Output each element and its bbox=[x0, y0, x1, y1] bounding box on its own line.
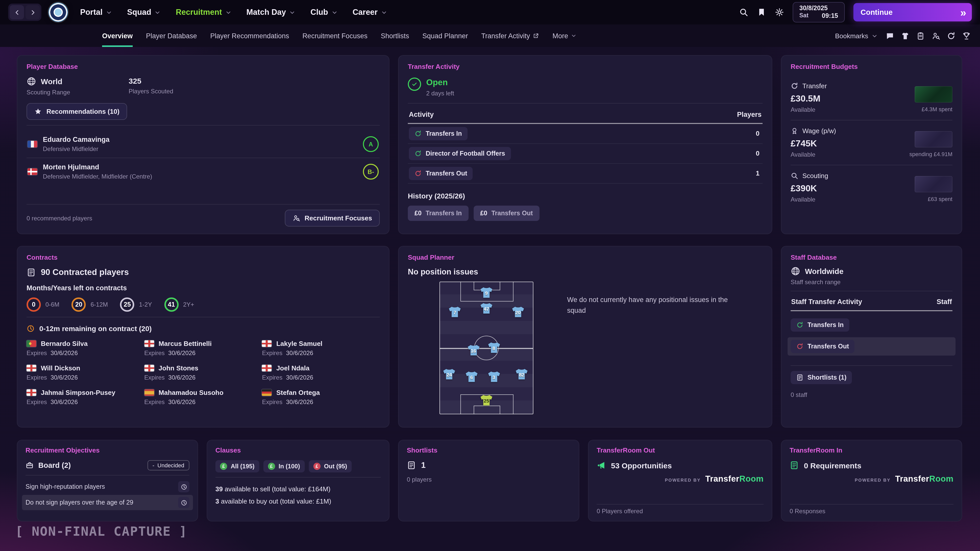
objective-row[interactable]: Sign high-reputation players bbox=[22, 479, 193, 494]
gear-icon[interactable] bbox=[775, 8, 784, 17]
search-icon[interactable] bbox=[739, 8, 748, 17]
position-issues-headline: No position issues bbox=[408, 267, 762, 276]
staff-activity-header: Staff Transfer Activity Staff bbox=[791, 297, 953, 311]
subnav-tab[interactable]: Squad Planner bbox=[422, 24, 468, 47]
squad-shirt[interactable]: 3 bbox=[487, 371, 501, 383]
squad-pitch[interactable]: 9 7 47 20 bbox=[439, 282, 533, 414]
chat-icon[interactable] bbox=[886, 32, 894, 40]
squad-shirt[interactable]: 25 bbox=[479, 394, 493, 407]
contract-document-icon bbox=[27, 268, 36, 277]
scout-search-icon[interactable] bbox=[932, 32, 940, 40]
pending-decision-icon[interactable] bbox=[178, 481, 189, 492]
subnav-tab[interactable]: Transfer Activity bbox=[481, 24, 539, 47]
kit-icon[interactable] bbox=[901, 32, 910, 40]
squad-shirt[interactable]: 9 bbox=[479, 286, 493, 299]
nav-item[interactable]: Recruitment bbox=[176, 8, 231, 17]
squad-shirt[interactable]: 24 bbox=[442, 368, 456, 380]
clauses-filter-tab[interactable]: £ In (100) bbox=[263, 460, 304, 472]
staff-transfers-out-button[interactable]: Transfers Out bbox=[791, 340, 855, 353]
activity-filter-button[interactable]: Transfers Out bbox=[409, 167, 473, 180]
back-button[interactable] bbox=[10, 5, 24, 19]
recommendations-button[interactable]: Recommendations (10) bbox=[27, 103, 127, 120]
titlebar-tools: 30/8/2025 Sat 09:15 Continue » bbox=[739, 2, 972, 22]
opportunities-count: 53 Opportunities bbox=[611, 461, 672, 470]
sync-icon[interactable] bbox=[947, 32, 956, 40]
flag-icon bbox=[27, 141, 37, 148]
bookmark-icon[interactable] bbox=[757, 8, 766, 17]
squad-shirt[interactable]: 7 bbox=[448, 306, 462, 319]
expiring-player[interactable]: Jahmai Simpson-Pusey Expires 30/6/2026 bbox=[27, 389, 144, 406]
shortlist-players-note: 0 players bbox=[407, 476, 571, 483]
staff-transfers-in-row: Transfers In bbox=[788, 316, 956, 334]
nav-item[interactable]: Career bbox=[352, 8, 387, 17]
budget-section: Wage (p/w) £745K Available spending £4.9… bbox=[791, 120, 953, 165]
player-name: John Stones bbox=[159, 364, 198, 372]
clauses-filter-tab[interactable]: £ All (195) bbox=[215, 460, 259, 472]
nav-item-label: Club bbox=[310, 8, 328, 17]
history-total-button[interactable]: £0 Transfers Out bbox=[474, 206, 539, 221]
history-total-button[interactable]: £0 Transfers In bbox=[408, 206, 469, 221]
staff-shortlists-button[interactable]: Shortlists (1) bbox=[791, 371, 852, 384]
recommended-player-row[interactable]: Eduardo Camavinga Defensive Midfielder A bbox=[27, 130, 380, 158]
clipboard-icon[interactable] bbox=[916, 32, 925, 40]
budget-value: £390K bbox=[791, 183, 910, 194]
objectives-status-pill[interactable]: - Undecided bbox=[147, 460, 189, 470]
nav-item-label: Portal bbox=[80, 8, 103, 17]
recommended-player-row[interactable]: Morten Hjulmand Defensive Midfielder, Mi… bbox=[27, 158, 380, 185]
squad-shirt[interactable]: 82 bbox=[515, 368, 528, 380]
fm-recruitment-overview: Portal Squad Recruitment Match Day Club … bbox=[0, 0, 980, 551]
nav-item[interactable]: Match Day bbox=[247, 8, 295, 17]
requirements-count: 0 Requirements bbox=[804, 461, 861, 470]
transfer-activity-card: Transfer Activity Open 2 days left Activ… bbox=[398, 55, 772, 234]
expiry-date: 30/6/2026 bbox=[168, 374, 196, 381]
expiry-date: 30/6/2026 bbox=[168, 349, 196, 357]
nav-item[interactable]: Club bbox=[310, 8, 337, 17]
budget-label: Transfer bbox=[802, 82, 827, 90]
objective-row[interactable]: Do not sign players over the age of 29 bbox=[22, 495, 193, 510]
subnav-tab[interactable]: Recruitment Focuses bbox=[302, 24, 368, 47]
budget-spend-chart bbox=[915, 131, 953, 148]
clauses-filter-tab[interactable]: £ Out (95) bbox=[309, 460, 352, 472]
squad-shirt[interactable]: 20 bbox=[511, 306, 525, 319]
nav-item[interactable]: Squad bbox=[127, 8, 161, 17]
shortlist-icon bbox=[796, 374, 803, 381]
shirt-number: 16 bbox=[466, 348, 480, 354]
recruitment-focuses-button[interactable]: Recruitment Focuses bbox=[285, 210, 380, 227]
club-badge[interactable] bbox=[48, 3, 68, 22]
history-heading: History (2025/26) bbox=[408, 192, 762, 200]
squad-shirt[interactable]: 16 bbox=[466, 345, 480, 357]
subnav-tab-label: Player Recommendations bbox=[210, 32, 289, 40]
transferroom-in-card: TransferRoom In 0 Requirements POWERED B… bbox=[781, 440, 962, 521]
ring-count: 20 bbox=[72, 297, 86, 312]
chevron-down-icon bbox=[155, 10, 161, 15]
expiring-player[interactable]: Stefan Ortega Expires 30/6/2026 bbox=[262, 389, 380, 406]
squad-planner-card: Squad Planner No position issues bbox=[398, 246, 772, 427]
staff-transfers-in-button[interactable]: Transfers In bbox=[791, 318, 850, 332]
subnav-tab[interactable]: More bbox=[552, 24, 576, 47]
expiring-player[interactable]: John Stones Expires 30/6/2026 bbox=[144, 364, 262, 381]
expiring-player[interactable]: Marcus Bettinelli Expires 30/6/2026 bbox=[144, 340, 262, 357]
squad-shirt[interactable]: 8 bbox=[487, 342, 501, 354]
scouting-range-label: Scouting Range bbox=[27, 89, 129, 96]
bookmarks-dropdown[interactable]: Bookmarks bbox=[835, 32, 877, 40]
squad-shirt[interactable]: 6 bbox=[465, 371, 479, 383]
expiring-player[interactable]: Lakyle Samuel Expires 30/6/2026 bbox=[262, 340, 380, 357]
activity-filter-button[interactable]: Transfers In bbox=[409, 127, 468, 140]
trophy-icon[interactable] bbox=[962, 32, 971, 40]
expiring-player[interactable]: Bernardo Silva Expires 30/6/2026 bbox=[27, 340, 144, 357]
expiring-player[interactable]: Mahamadou Susoho Expires 30/6/2026 bbox=[144, 389, 262, 406]
activity-filter-button[interactable]: Director of Football Offers bbox=[409, 147, 511, 160]
subnav-tab[interactable]: Shortlists bbox=[381, 24, 409, 47]
subnav-tab[interactable]: Player Recommendations bbox=[210, 24, 289, 47]
expiring-player[interactable]: Joel Ndala Expires 30/6/2026 bbox=[262, 364, 380, 381]
expiring-player[interactable]: Will Dickson Expires 30/6/2026 bbox=[27, 364, 144, 381]
nav-item[interactable]: Portal bbox=[80, 8, 112, 17]
forward-button[interactable] bbox=[25, 5, 40, 19]
subnav-tab[interactable]: Overview bbox=[102, 24, 133, 47]
subnav-tab[interactable]: Player Database bbox=[146, 24, 197, 47]
continue-button[interactable]: Continue » bbox=[853, 3, 972, 21]
budget-availability: Available bbox=[791, 196, 910, 203]
subnav-tab-label: Overview bbox=[102, 32, 133, 40]
squad-shirt[interactable]: 47 bbox=[479, 302, 493, 314]
pending-decision-icon[interactable] bbox=[178, 497, 189, 508]
